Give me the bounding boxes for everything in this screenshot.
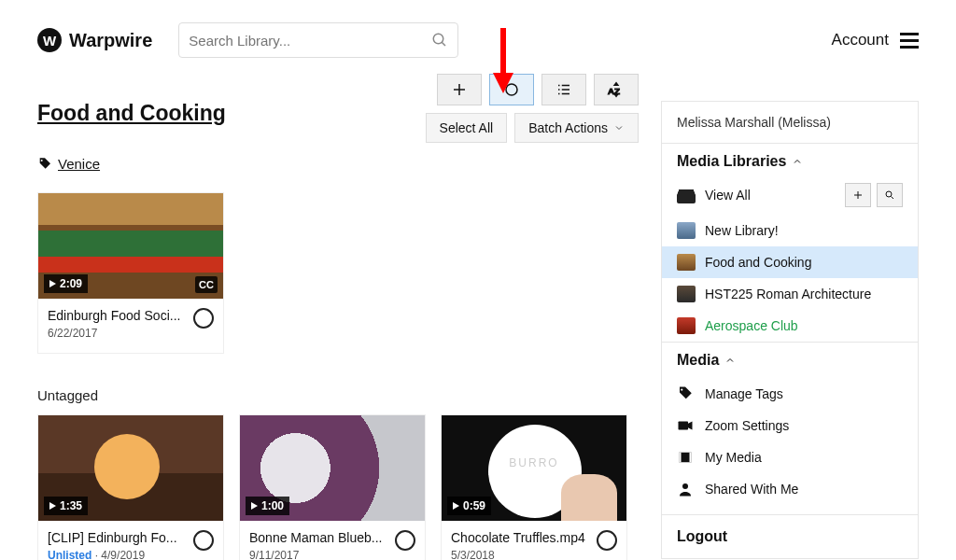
svg-rect-25 [679,453,681,463]
brand-logo-icon: W [37,28,62,52]
media-thumbnail[interactable]: 2:09 CC [38,193,223,299]
media-date: 5/3/2018 [451,549,617,560]
svg-point-0 [434,34,444,44]
media-header[interactable]: Media [662,343,918,374]
search-box[interactable] [178,22,458,58]
cards-untagged: 1:35 [CLIP] Edinburgh Fo... Unlisted · 4… [37,414,639,560]
list-icon [555,81,572,98]
plus-icon [451,81,468,98]
hamburger-icon [900,33,919,49]
tag-icon [37,157,52,172]
sidebar: Melissa Marshall (Melissa) Media Librari… [661,101,919,559]
media-title: Edinburgh Food Soci... [48,308,188,323]
svg-point-19 [886,191,892,197]
library-item[interactable]: Aerospace Club [662,310,918,342]
plus-icon [852,189,864,201]
section-label-untagged: Untagged [37,387,639,403]
media-title: Chocolate Truffles.mp4 [451,530,591,545]
media-zoom-settings[interactable]: Zoom Settings [662,410,918,441]
media-thumbnail[interactable]: 1:00 [240,415,425,521]
svg-rect-26 [690,453,692,463]
svg-point-27 [682,483,688,489]
svg-point-16 [41,160,43,161]
media-card[interactable]: 1:00 Bonne Maman Blueb... 9/11/2017 [239,414,426,560]
media-thumbnail[interactable]: 1:35 [38,415,223,521]
svg-marker-3 [493,73,513,93]
library-thumb-icon [677,317,696,334]
search-input[interactable] [189,33,431,49]
svg-marker-14 [614,83,619,86]
media-date: 9/11/2017 [249,549,415,560]
app-header: W Warpwire Account [0,0,956,69]
media-my-media[interactable]: My Media [662,441,918,473]
duration-badge: 2:09 [44,274,88,293]
tag-icon [677,385,694,402]
chevron-up-icon [724,355,736,366]
library-thumb-icon [677,254,696,271]
search-libraries-button[interactable] [877,183,903,207]
stack-icon [677,193,696,203]
select-toggle[interactable] [597,530,617,551]
libraries-list: View All New Library! Food and Cooking [662,175,918,342]
select-all-button[interactable]: Select All [426,113,508,143]
tag-filter: Venice [37,156,639,172]
library-thumb-icon [677,286,696,302]
media-card[interactable]: 2:09 CC Edinburgh Food Soci... 6/22/2017 [37,192,224,354]
tag-link-venice[interactable]: Venice [58,156,100,172]
search-icon [431,32,448,49]
select-toggle[interactable] [395,530,415,551]
select-toggle[interactable] [193,530,214,551]
svg-rect-22 [679,422,689,430]
svg-marker-15 [614,94,619,97]
chevron-up-icon [792,156,803,167]
media-meta: Unlisted · 4/9/2019 [48,549,214,560]
media-list: Manage Tags Zoom Settings My Media Share… [662,374,918,514]
brand-logo[interactable]: W Warpwire [37,28,152,52]
unlisted-badge: Unlisted [48,549,91,560]
library-view-all[interactable]: View All [662,175,918,215]
svg-line-1 [443,42,446,46]
svg-line-20 [892,197,894,200]
libraries-header[interactable]: Media Libraries [662,144,918,175]
add-library-button[interactable] [845,183,871,207]
library-item-active[interactable]: Food and Cooking [662,246,918,278]
duration-badge: 0:59 [447,497,491,515]
batch-actions-button[interactable]: Batch Actions [514,113,639,143]
add-button[interactable] [437,74,482,105]
list-view-button[interactable] [541,74,586,105]
annotation-arrow-icon [489,28,517,93]
sort-button[interactable]: AZ [594,74,639,105]
play-icon [49,502,56,510]
cards-venice: 2:09 CC Edinburgh Food Soci... 6/22/2017 [37,192,639,354]
chevron-down-icon [613,122,625,133]
duration-badge: 1:00 [246,497,289,515]
play-icon [453,502,459,510]
account-menu[interactable]: Account [832,31,919,49]
duration-badge: 1:35 [44,497,88,515]
camera-icon [677,417,694,434]
select-toggle[interactable] [193,308,214,329]
library-thumb-icon [677,222,696,239]
play-icon [251,502,258,510]
main-content: Food and Cooking AZ Select All Batch Act… [37,69,639,560]
media-thumbnail[interactable]: 0:59 [442,415,626,521]
search-icon [884,189,895,201]
film-icon [677,449,694,466]
media-manage-tags[interactable]: Manage Tags [662,378,918,410]
brand-name: Warpwire [69,30,152,51]
account-label: Account [832,31,889,49]
library-item[interactable]: New Library! [662,215,918,246]
media-title: Bonne Maman Blueb... [249,530,389,545]
cc-badge: CC [195,276,218,293]
svg-marker-23 [688,422,693,430]
media-card[interactable]: 0:59 Chocolate Truffles.mp4 5/3/2018 [441,414,627,560]
media-card[interactable]: 1:35 [CLIP] Edinburgh Fo... Unlisted · 4… [37,414,224,560]
current-user: Melissa Marshall (Melissa) [662,102,918,143]
library-item[interactable]: HST225 Roman Architecture [662,278,918,310]
logout-button[interactable]: Logout [662,515,918,558]
media-date: 6/22/2017 [48,327,214,340]
play-icon [49,280,56,287]
sort-az-icon: AZ [606,81,626,98]
media-shared-with-me[interactable]: Shared With Me [662,473,918,505]
svg-point-21 [681,388,682,390]
